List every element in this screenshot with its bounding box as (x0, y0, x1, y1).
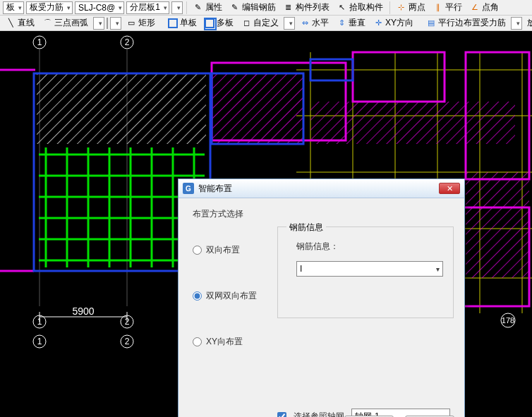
arc-dropdown[interactable] (93, 17, 104, 30)
grid-icon: ⊹ (397, 3, 406, 13)
vertical-tool[interactable]: ⇕垂直 (334, 16, 368, 30)
single-board-tool[interactable]: 单板 (165, 16, 200, 30)
button-label: 单板 (180, 17, 197, 29)
svg-rect-24 (212, 73, 303, 144)
svg-rect-16 (353, 52, 445, 102)
app-icon: G (183, 183, 194, 194)
axis-label: 2 (125, 337, 130, 346)
axis-label: 1 (37, 317, 42, 327)
biaxial-radio[interactable] (193, 246, 202, 255)
method-section-label: 布置方式选择 (193, 208, 450, 220)
svg-rect-23 (37, 73, 206, 144)
axis-label: 1 (37, 337, 42, 346)
reference-label: 选择参照轴网 (294, 411, 344, 418)
parallel-icon: ∥ (433, 3, 443, 13)
grid-two-point-button[interactable]: ⊹两点 (394, 1, 428, 14)
attribute-icon: ✎ (193, 3, 203, 13)
dblnet-radio[interactable] (193, 291, 202, 301)
smart-layout-dialog: G 智能布置 ✕ 布置方式选择 双向布置 双网双向布置 XY向布置 钢筋信息 钢… (178, 179, 465, 417)
pick-icon: ↖ (337, 3, 347, 13)
parallel-button[interactable]: ∥平行 (430, 1, 465, 14)
rect-tool[interactable]: ▭矩形 (123, 16, 158, 30)
rebar-spec-dropdown[interactable]: SLJ-C8@ (75, 1, 124, 14)
radio-label: 双向布置 (206, 244, 240, 256)
button-label: 直线 (18, 17, 35, 29)
separator (389, 1, 390, 14)
custom-icon: ◻ (241, 18, 251, 28)
axis-label: 178 (502, 316, 514, 325)
button-label: 水平 (312, 17, 329, 29)
button-label: 多板 (217, 17, 234, 29)
button-label: 编辑钢筋 (242, 1, 276, 13)
custom-dropdown[interactable] (284, 17, 295, 30)
xy-icon: ✛ (373, 18, 383, 28)
axis-label: 2 (125, 37, 130, 47)
svg-rect-25 (310, 102, 515, 144)
button-label: 垂直 (349, 17, 365, 29)
button-label: 矩形 (138, 17, 155, 29)
dropdown-label: 板受力筋 (30, 1, 64, 13)
button-label: 放 (527, 17, 532, 29)
radio-label: 双网双向布置 (206, 290, 257, 302)
point-angle-button[interactable]: ∠点角 (467, 1, 502, 14)
axis-label: 1 (37, 37, 42, 47)
button-label: XY方向 (385, 17, 413, 29)
rect-icon: ▭ (126, 18, 136, 28)
multi-board-tool[interactable]: 多板 (202, 16, 236, 30)
layer-dropdown[interactable]: 分层板1 (126, 1, 169, 14)
angle-icon: ∠ (470, 3, 480, 13)
close-button[interactable]: ✕ (439, 183, 460, 194)
edit-rebar-button[interactable]: ✎编辑钢筋 (227, 1, 279, 14)
color-swatch[interactable] (107, 18, 108, 29)
category-dropdown[interactable]: 板 (3, 1, 24, 14)
custom-tool[interactable]: ◻自定义 (238, 16, 282, 30)
edit-icon: ✎ (230, 3, 240, 13)
small-dropdown[interactable] (171, 1, 183, 14)
separator (186, 1, 187, 14)
button-label: 属性 (205, 1, 222, 13)
button-label: 三点画弧 (54, 17, 88, 29)
line-icon: ╲ (6, 18, 16, 28)
dialog-title-text: 智能布置 (198, 183, 232, 195)
svg-rect-26 (466, 172, 529, 278)
dialog-titlebar[interactable]: G 智能布置 ✕ (179, 179, 464, 198)
subtype-dropdown[interactable]: 板受力筋 (26, 1, 73, 14)
place-tool[interactable]: 放 (524, 16, 532, 30)
xy-radio[interactable] (193, 337, 202, 346)
dropdown-label: 分层板1 (130, 1, 160, 13)
list-icon: ≣ (284, 3, 294, 13)
reference-checkbox[interactable] (277, 412, 286, 418)
dimension-label: 5900 (72, 306, 94, 317)
rebar-info-combo[interactable]: I (296, 261, 443, 277)
line-tool[interactable]: ╲直线 (3, 16, 37, 30)
button-label: 自定义 (253, 17, 279, 29)
dialog-body: 布置方式选择 双向布置 双网双向布置 XY向布置 钢筋信息 钢筋信息： I 选择… (179, 198, 464, 417)
cad-canvas[interactable]: 1 2 (0, 31, 532, 417)
button-label: 拾取构件 (349, 1, 383, 13)
horizontal-tool[interactable]: ⇔水平 (297, 16, 332, 30)
edge-rebar-tool[interactable]: ▤平行边布置受力筋 (423, 16, 509, 30)
attribute-button[interactable]: ✎属性 (191, 1, 225, 14)
radio-label: XY向布置 (206, 336, 243, 348)
arc-icon: ⌒ (42, 18, 52, 28)
xy-option-row[interactable]: XY向布置 (193, 336, 450, 348)
combo-value: I (300, 264, 302, 274)
button-label: 点角 (482, 1, 499, 13)
dropdown-label: 板 (6, 1, 15, 13)
axis-label: 2 (125, 317, 130, 327)
button-label: 平行 (445, 1, 462, 13)
button-label: 两点 (409, 1, 425, 13)
vert-icon: ⇕ (337, 18, 346, 28)
rebar-info-group: 钢筋信息 钢筋信息： I (277, 226, 454, 318)
multi-icon (205, 18, 214, 28)
draw-toolbar: ╲直线 ⌒三点画弧 ▭矩形 单板 多板 ◻自定义 ⇔水平 ⇕垂直 ✛XY方向 ▤… (0, 16, 532, 31)
color-dropdown[interactable] (110, 17, 121, 30)
xy-direction-tool[interactable]: ✛XY方向 (370, 16, 416, 30)
arc-tool[interactable]: ⌒三点画弧 (40, 16, 91, 30)
dropdown-label: SLJ-C8@ (78, 3, 115, 13)
pick-part-button[interactable]: ↖拾取构件 (334, 1, 386, 14)
part-list-button[interactable]: ≣构件列表 (281, 1, 332, 14)
main-toolbar: 板 板受力筋 SLJ-C8@ 分层板1 ✎属性 ✎编辑钢筋 ≣构件列表 ↖拾取构… (0, 0, 532, 16)
edge-dropdown[interactable] (511, 17, 522, 30)
single-icon (168, 18, 178, 28)
